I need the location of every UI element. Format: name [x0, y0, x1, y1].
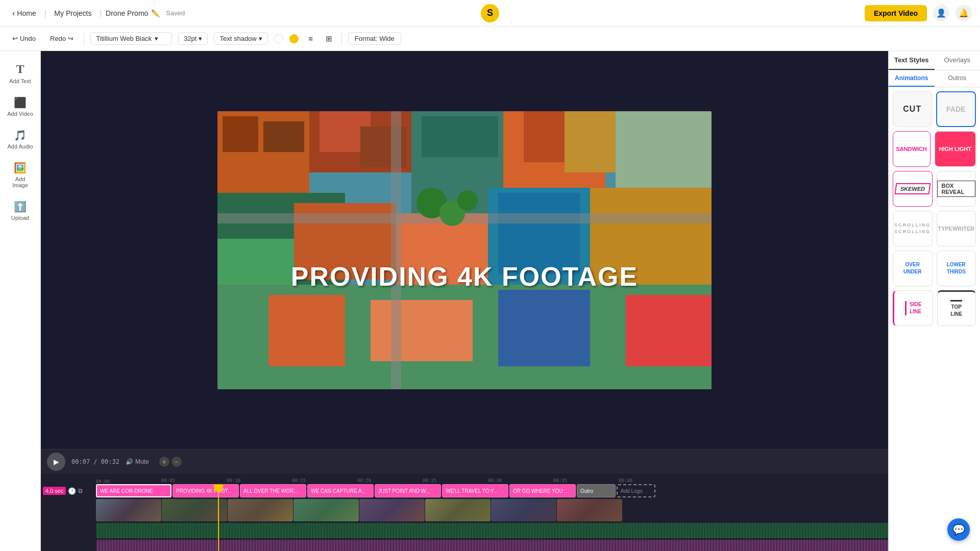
toolbar-separator-2 [341, 33, 342, 45]
mute-button[interactable]: 🔊 Mute [126, 458, 149, 465]
video-clip-4[interactable] [293, 499, 359, 521]
zoom-in-button[interactable]: + [159, 457, 169, 467]
text-clip-7[interactable]: OR GO WHERE YOU ... [509, 484, 576, 497]
chat-support-button[interactable]: 💬 [947, 518, 970, 541]
scrolling-label: SCROLLING SCROLLING [894, 222, 930, 235]
arrow-left-icon: ‹ [12, 9, 15, 18]
clock-icon[interactable]: 🕐 [68, 487, 76, 495]
edit-pencil-icon[interactable]: ✏️ [151, 9, 160, 17]
text-clip-outro[interactable]: Outro [577, 484, 616, 497]
left-sidebar: T Add Text ⬛ Add Video 🎵 Add Audio 🖼️ Ad… [0, 51, 41, 551]
text-clip-addlogo[interactable]: Add Logo [617, 484, 655, 497]
export-video-button[interactable]: Export Video [865, 5, 927, 21]
animation-skewed[interactable]: SKEWED [893, 171, 933, 207]
video-canvas: PROVIDING 4K FOOTAGE [41, 51, 888, 449]
video-clip-1[interactable] [96, 499, 161, 521]
animation-boxreveal[interactable]: BOX REVEAL [937, 171, 976, 207]
upload-button[interactable]: ⬆️ Upload [3, 195, 38, 226]
canvas-overlay-text: PROVIDING 4K FOOTAGE [291, 261, 638, 292]
subtab-outros[interactable]: Outros [935, 70, 981, 87]
anim-row-5: OVER UNDER LOWER THIRDS [893, 251, 976, 286]
add-text-button[interactable]: T Add Text [3, 57, 38, 89]
animation-scrolling[interactable]: SCROLLING SCROLLING [893, 211, 933, 246]
play-button[interactable]: ▶ [47, 453, 65, 471]
text-clip-6[interactable]: WE'LL TRAVEL TO Y... [442, 484, 508, 497]
animation-overunder[interactable]: OVER UNDER [893, 251, 933, 286]
font-name-label: Titillium Web Black [96, 35, 152, 42]
home-label: Home [17, 9, 36, 17]
undo-button[interactable]: ↩ Undo [8, 33, 40, 44]
text-shadow-button[interactable]: Text shadow ▾ [214, 32, 267, 45]
format-label: Format: Wide [355, 35, 395, 42]
track-container: 4.0 sec 🕐 ⧉ WE ARE COR-DRONE PROVIDING 4… [41, 484, 888, 551]
svg-rect-4 [263, 121, 304, 152]
animation-sandwich[interactable]: SANDWICH [893, 131, 930, 167]
video-clip-5[interactable] [359, 499, 425, 521]
text-clip-4[interactable]: WE CAN CAPTURE A... [307, 484, 374, 497]
svg-rect-24 [498, 290, 590, 366]
audio-clip-2[interactable] [96, 540, 888, 551]
add-video-label: Add Video [7, 111, 33, 117]
format-button[interactable]: Format: Wide [348, 32, 401, 45]
add-image-label: Add Image [7, 176, 34, 188]
duration-badge: 4.0 sec [43, 487, 66, 495]
anim-row-1: CUT FADE [893, 91, 976, 127]
my-projects-nav[interactable]: My Projects [50, 7, 95, 19]
text-clip-1[interactable]: WE ARE COR-DRONE [96, 484, 172, 497]
animation-sideline[interactable]: SIDE LINE [893, 290, 933, 326]
tab-text-styles[interactable]: Text Styles [889, 51, 935, 70]
copy-icon[interactable]: ⧉ [78, 487, 83, 494]
user-account-button[interactable]: 👤 [933, 5, 949, 21]
subtab-animations[interactable]: Animations [889, 70, 935, 87]
ruler-mark-30: 00:30 [488, 475, 553, 484]
font-size-select[interactable]: 32pt ▾ [178, 32, 208, 45]
text-icon: T [16, 62, 24, 76]
video-clip-2[interactable] [162, 499, 227, 521]
timeline-area: ▶ 00:07 / 00:32 🔊 Mute + − 00:00 00:05 [41, 449, 888, 551]
svg-rect-25 [626, 295, 712, 366]
video-clip-7[interactable] [491, 499, 556, 521]
video-clip-8[interactable] [557, 499, 622, 521]
svg-point-30 [457, 190, 478, 211]
tab-overlays[interactable]: Overlays [935, 51, 981, 70]
add-text-label: Add Text [9, 78, 31, 84]
nav-divider-1: | [44, 9, 46, 17]
music-track-row [41, 540, 888, 551]
add-audio-button[interactable]: 🎵 Add Audio [3, 124, 38, 155]
animation-topline[interactable]: TOP LINE [937, 290, 976, 326]
animation-typewriter[interactable]: TYPEWRITER [937, 211, 976, 246]
top-nav: ‹ Home | My Projects | Drone Promo ✏️ Sa… [0, 0, 980, 27]
text-clip-2[interactable]: PROVIDING 4K FOOT... [173, 484, 239, 497]
add-image-button[interactable]: 🖼️ Add Image [3, 157, 38, 193]
font-family-select[interactable]: Titillium Web Black ▾ [90, 32, 172, 45]
color-white-picker[interactable] [274, 34, 283, 43]
color-yellow-picker[interactable] [289, 34, 299, 43]
my-projects-label: My Projects [54, 9, 91, 17]
video-icon: ⬛ [14, 96, 27, 109]
ruler-mark-10: 00:10 [227, 475, 292, 484]
add-audio-label: Add Audio [7, 143, 33, 149]
notifications-button[interactable]: 🔔 [955, 5, 972, 21]
align-left-icon[interactable]: ≡ [305, 33, 317, 45]
text-clip-5[interactable]: JUST POINT AND W... [375, 484, 441, 497]
svg-rect-23 [371, 300, 473, 361]
animation-fade[interactable]: FADE [936, 91, 976, 127]
project-name-nav[interactable]: Drone Promo ✏️ [106, 9, 160, 17]
video-clip-6[interactable] [425, 499, 491, 521]
video-clip-3[interactable] [228, 499, 293, 521]
home-nav[interactable]: ‹ Home [8, 7, 40, 20]
zoom-out-button[interactable]: − [172, 457, 182, 467]
redo-icon: ↪ [68, 35, 74, 42]
animation-cut[interactable]: CUT [893, 91, 932, 127]
redo-button[interactable]: Redo ↪ [46, 33, 78, 44]
animation-lowerthirds[interactable]: LOWER THIRDS [937, 251, 976, 286]
grid-view-icon[interactable]: ⊞ [323, 33, 335, 45]
add-video-button[interactable]: ⬛ Add Video [3, 91, 38, 122]
anim-row-2: SANDWICH HIGH LIGHT [893, 131, 976, 167]
boxreveal-label: BOX REVEAL [937, 181, 976, 197]
animation-highlight[interactable]: HIGH LIGHT [935, 131, 976, 167]
audio-clip-1[interactable] [96, 523, 888, 538]
text-clip-3[interactable]: ALL OVER THE WOR... [240, 484, 306, 497]
playhead-handle[interactable] [214, 484, 223, 491]
undo-icon: ↩ [12, 35, 18, 42]
